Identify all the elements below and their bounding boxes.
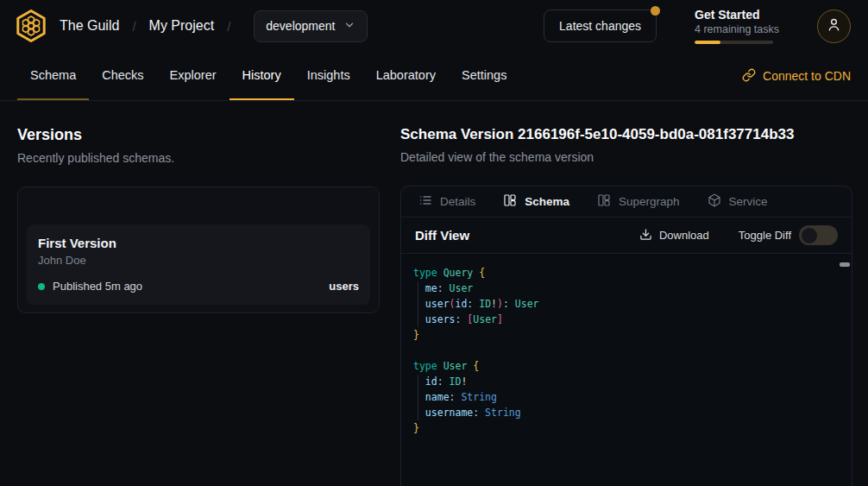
versions-title: Versions xyxy=(17,126,380,144)
tab-details[interactable]: Details xyxy=(418,193,475,210)
tab-supergraph[interactable]: Supergraph xyxy=(597,193,680,210)
breadcrumb-separator: / xyxy=(132,19,135,34)
tab-laboratory[interactable]: Laboratory xyxy=(363,52,449,100)
indent-guide xyxy=(418,375,418,420)
indent-guide xyxy=(418,281,418,327)
latest-changes-label: Latest changes xyxy=(559,19,641,33)
version-meta-row: Published 5m ago users xyxy=(38,280,359,293)
versions-subtitle: Recently published schemas. xyxy=(17,151,380,165)
tab-details-label: Details xyxy=(440,195,475,208)
link-chain-icon xyxy=(742,68,756,85)
tab-insights[interactable]: Insights xyxy=(294,52,363,100)
download-button[interactable]: Download xyxy=(639,228,709,243)
published-status-dot xyxy=(38,283,45,290)
tab-history[interactable]: History xyxy=(230,52,294,100)
version-list-item[interactable]: First Version John Doe Published 5m ago … xyxy=(27,224,370,305)
main-content: Versions Recently published schemas. Fir… xyxy=(0,101,868,486)
cube-icon xyxy=(708,193,721,210)
get-started-progressbar xyxy=(695,41,773,44)
org-breadcrumb-link[interactable]: The Guild xyxy=(60,18,119,34)
code-block: type Query { me: User user(id: ID!): Use… xyxy=(413,265,838,436)
toggle-diff-knob xyxy=(802,228,817,243)
tab-service[interactable]: Service xyxy=(708,193,768,210)
get-started-title: Get Started xyxy=(695,8,779,22)
tab-explorer[interactable]: Explorer xyxy=(157,52,230,100)
versions-panel: Versions Recently published schemas. Fir… xyxy=(17,126,380,486)
diff-view-title: Diff View xyxy=(415,228,469,243)
app-root: The Guild / My Project / development Lat… xyxy=(0,0,868,486)
download-icon xyxy=(639,228,652,243)
schema-version-panel: Schema Version 2166196f-5e10-4059-bd0a-0… xyxy=(400,126,852,486)
tab-service-label: Service xyxy=(729,195,768,208)
breadcrumb-separator: / xyxy=(227,19,230,34)
schema-version-title: Schema Version 2166196f-5e10-4059-bd0a-0… xyxy=(400,126,852,143)
schema-detail-tabs: Details Schema Supergraph xyxy=(401,186,852,218)
tab-schema-view[interactable]: Schema xyxy=(503,193,569,210)
toggle-diff-switch[interactable] xyxy=(799,225,838,245)
tab-schema[interactable]: Schema xyxy=(17,52,89,100)
version-status: Published 5m ago xyxy=(53,280,142,293)
chevron-down-icon xyxy=(343,19,355,34)
schema-version-subtitle: Detailed view of the schema version xyxy=(400,150,852,164)
version-service-badge: users xyxy=(329,280,359,293)
connect-to-cdn-label: Connect to CDN xyxy=(763,69,851,83)
connect-to-cdn-link[interactable]: Connect to CDN xyxy=(742,52,851,100)
columns-icon xyxy=(503,193,517,210)
list-icon xyxy=(418,193,432,210)
diff-toolbar: Diff View Download Toggle Diff xyxy=(401,218,852,254)
get-started-subtitle: 4 remaining tasks xyxy=(695,23,779,35)
versions-list-card: First Version John Doe Published 5m ago … xyxy=(17,186,380,313)
main-nav: Schema Checks Explorer History Insights … xyxy=(0,52,868,101)
get-started-progress-fill xyxy=(695,41,720,44)
schema-detail-card: Details Schema Supergraph xyxy=(400,186,852,486)
scrollbar-thumb[interactable] xyxy=(840,262,850,267)
version-author: John Doe xyxy=(38,254,359,267)
version-name: First Version xyxy=(38,236,359,250)
target-selector-dropdown[interactable]: development xyxy=(254,10,368,42)
tab-schema-view-label: Schema xyxy=(525,195,569,208)
columns-icon xyxy=(597,193,611,210)
project-breadcrumb-link[interactable]: My Project xyxy=(149,18,215,34)
latest-changes-button[interactable]: Latest changes xyxy=(544,9,657,42)
target-selector-value: development xyxy=(266,19,335,33)
notification-dot xyxy=(651,6,660,16)
schema-code-viewer: type Query { me: User user(id: ID!): Use… xyxy=(401,254,852,486)
tab-settings[interactable]: Settings xyxy=(449,52,519,100)
download-label: Download xyxy=(659,229,709,242)
header: The Guild / My Project / development Lat… xyxy=(0,0,868,52)
tab-checks[interactable]: Checks xyxy=(89,52,156,100)
header-right-cluster: Latest changes Get Started 4 remaining t… xyxy=(544,8,851,44)
toggle-diff-label: Toggle Diff xyxy=(739,229,791,242)
user-avatar-button[interactable] xyxy=(817,9,851,43)
guild-logo-icon xyxy=(14,9,48,43)
tab-supergraph-label: Supergraph xyxy=(619,195,680,208)
get-started-widget[interactable]: Get Started 4 remaining tasks xyxy=(695,8,779,44)
person-icon xyxy=(826,16,842,36)
